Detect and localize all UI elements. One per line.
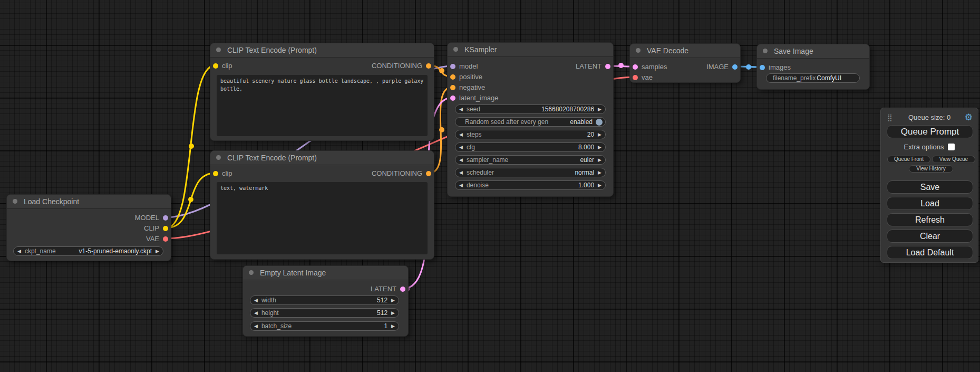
node-empty-latent-image[interactable]: Empty Latent Image LATENT ◀ width 512 ▶ … bbox=[242, 265, 409, 337]
link-dot-cond1[interactable] bbox=[439, 68, 444, 73]
widget-height[interactable]: ◀ height 512 ▶ bbox=[250, 308, 399, 318]
collapse-dot-icon[interactable] bbox=[636, 48, 641, 53]
widget-value: 20 bbox=[587, 131, 594, 138]
toggle-knob-icon[interactable] bbox=[596, 119, 603, 126]
extra-options-checkbox[interactable] bbox=[948, 144, 955, 150]
decrement-arrow-icon[interactable]: ◀ bbox=[455, 130, 467, 139]
node-ksampler[interactable]: KSampler model LATENT positive negative … bbox=[447, 42, 614, 197]
increment-arrow-icon[interactable]: ▶ bbox=[594, 130, 605, 139]
output-slot-latent[interactable] bbox=[605, 64, 610, 69]
slot-row-positive: positive bbox=[448, 72, 613, 82]
node-title-bar[interactable]: VAE Decode bbox=[630, 44, 740, 58]
link-dot-image[interactable] bbox=[746, 64, 751, 70]
view-queue-button[interactable]: View Queue bbox=[932, 156, 975, 163]
node-title-bar[interactable]: Save Image bbox=[757, 44, 869, 59]
input-slot-model[interactable] bbox=[450, 64, 455, 69]
collapse-dot-icon[interactable] bbox=[249, 270, 254, 275]
increment-arrow-icon[interactable]: ▶ bbox=[594, 156, 605, 164]
widget-sampler-name[interactable]: ◀ sampler_name euler ▶ bbox=[455, 155, 606, 165]
widget-random-seed-toggle[interactable]: Random seed after every gen enabled bbox=[455, 117, 606, 127]
widget-width[interactable]: ◀ width 512 ▶ bbox=[250, 295, 399, 305]
node-title-bar[interactable]: Load Checkpoint bbox=[7, 195, 171, 209]
output-slot-latent[interactable] bbox=[400, 287, 405, 292]
widget-value: v1-5-pruned-emaonly.ckpt bbox=[79, 247, 152, 255]
link-dot-cond2[interactable] bbox=[439, 127, 444, 132]
node-vae-decode[interactable]: VAE Decode samples IMAGE vae bbox=[629, 43, 741, 83]
input-slot-samples[interactable] bbox=[633, 64, 638, 70]
widget-denoise[interactable]: ◀ denoise 1.000 ▶ bbox=[455, 180, 606, 190]
increment-arrow-icon[interactable]: ▶ bbox=[594, 143, 605, 151]
input-slot-latent-image[interactable] bbox=[450, 96, 455, 101]
decrement-arrow-icon[interactable]: ◀ bbox=[455, 181, 467, 189]
node-title: Empty Latent Image bbox=[260, 269, 326, 277]
input-slot-negative[interactable] bbox=[450, 85, 455, 90]
output-slot-vae[interactable] bbox=[163, 236, 168, 242]
node-clip-text-encode-positive[interactable]: CLIP Text Encode (Prompt) clip CONDITION… bbox=[210, 43, 434, 141]
increment-arrow-icon[interactable]: ▶ bbox=[594, 105, 605, 113]
node-title-bar[interactable]: CLIP Text Encode (Prompt) bbox=[210, 151, 434, 165]
queue-front-button[interactable]: Queue Front bbox=[887, 156, 930, 163]
widget-value: enabled bbox=[570, 118, 593, 126]
decrement-arrow-icon[interactable]: ◀ bbox=[455, 143, 467, 151]
widget-batch-size[interactable]: ◀ batch_size 1 ▶ bbox=[250, 321, 399, 331]
input-slot-vae[interactable] bbox=[633, 75, 638, 80]
collapse-dot-icon[interactable] bbox=[216, 155, 221, 160]
output-slot-conditioning[interactable] bbox=[426, 63, 431, 69]
output-slot-model[interactable] bbox=[163, 215, 168, 221]
decrement-arrow-icon[interactable]: ◀ bbox=[250, 322, 261, 330]
widget-ckpt-name[interactable]: ◀ ckpt_name v1-5-pruned-emaonly.ckpt ▶ bbox=[13, 246, 163, 256]
node-save-image[interactable]: Save Image images filename_prefix ComfyU… bbox=[756, 44, 870, 90]
output-slot-conditioning[interactable] bbox=[426, 171, 431, 176]
collapse-dot-icon[interactable] bbox=[453, 47, 458, 52]
widget-scheduler[interactable]: ◀ scheduler normal ▶ bbox=[455, 168, 606, 177]
link-dot-clip1[interactable] bbox=[189, 144, 194, 149]
node-title-bar[interactable]: KSampler bbox=[448, 43, 613, 57]
input-slot-positive[interactable] bbox=[450, 74, 455, 80]
view-history-button[interactable]: View History bbox=[909, 165, 953, 173]
save-button[interactable]: Save bbox=[887, 180, 973, 194]
node-clip-text-encode-negative[interactable]: CLIP Text Encode (Prompt) clip CONDITION… bbox=[210, 150, 434, 260]
widget-steps[interactable]: ◀ steps 20 ▶ bbox=[455, 130, 606, 139]
increment-arrow-icon[interactable]: ▶ bbox=[594, 168, 605, 177]
increment-arrow-icon[interactable]: ▶ bbox=[387, 296, 399, 304]
output-slot-image[interactable] bbox=[732, 64, 738, 70]
prompt-textarea[interactable]: text, watermark bbox=[217, 182, 428, 254]
widget-seed[interactable]: ◀ seed 156680208700286 ▶ bbox=[455, 104, 606, 114]
increment-arrow-icon[interactable]: ▶ bbox=[594, 181, 605, 189]
queue-prompt-button[interactable]: Queue Prompt bbox=[887, 125, 973, 138]
collapse-dot-icon[interactable] bbox=[13, 199, 17, 204]
load-default-button[interactable]: Load Default bbox=[887, 246, 973, 259]
gear-icon[interactable]: ⚙ bbox=[965, 112, 973, 123]
increment-arrow-icon[interactable]: ▶ bbox=[152, 247, 163, 255]
input-slot-images[interactable] bbox=[760, 65, 765, 70]
decrement-arrow-icon[interactable]: ◀ bbox=[250, 309, 261, 317]
node-title-bar[interactable]: CLIP Text Encode (Prompt) bbox=[210, 43, 434, 58]
node-load-checkpoint[interactable]: Load Checkpoint MODEL CLIP VAE ◀ ckpt_na… bbox=[6, 194, 171, 261]
load-button[interactable]: Load bbox=[887, 197, 973, 210]
output-label: CLIP bbox=[144, 223, 159, 234]
decrement-arrow-icon[interactable]: ◀ bbox=[250, 296, 261, 304]
decrement-arrow-icon[interactable]: ◀ bbox=[455, 156, 467, 164]
node-title-bar[interactable]: Empty Latent Image bbox=[243, 266, 408, 280]
widget-filename-prefix[interactable]: filename_prefix ComfyUI bbox=[766, 73, 860, 83]
decrement-arrow-icon[interactable]: ◀ bbox=[455, 168, 467, 177]
increment-arrow-icon[interactable]: ▶ bbox=[387, 309, 399, 317]
clear-button[interactable]: Clear bbox=[887, 230, 973, 243]
link-dot-clip2[interactable] bbox=[188, 197, 193, 202]
output-label: LATENT bbox=[576, 61, 601, 72]
graph-canvas[interactable]: Load Checkpoint MODEL CLIP VAE ◀ ckpt_na… bbox=[0, 0, 980, 372]
slot-row: clip CONDITIONING bbox=[210, 168, 434, 179]
widget-cfg[interactable]: ◀ cfg 8.000 ▶ bbox=[455, 142, 606, 152]
increment-arrow-icon[interactable]: ▶ bbox=[387, 322, 399, 330]
output-slot-clip[interactable] bbox=[163, 226, 168, 231]
refresh-button[interactable]: Refresh bbox=[887, 213, 973, 226]
input-slot-clip[interactable] bbox=[213, 171, 218, 176]
decrement-arrow-icon[interactable]: ◀ bbox=[14, 247, 25, 255]
input-slot-clip[interactable] bbox=[213, 63, 218, 69]
collapse-dot-icon[interactable] bbox=[763, 49, 768, 53]
link-dot-latent-out[interactable] bbox=[618, 63, 624, 68]
prompt-textarea[interactable]: beautiful scenery nature glass bottle la… bbox=[217, 75, 428, 136]
node-title: KSampler bbox=[464, 45, 497, 54]
collapse-dot-icon[interactable] bbox=[216, 47, 221, 52]
decrement-arrow-icon[interactable]: ◀ bbox=[455, 105, 467, 113]
